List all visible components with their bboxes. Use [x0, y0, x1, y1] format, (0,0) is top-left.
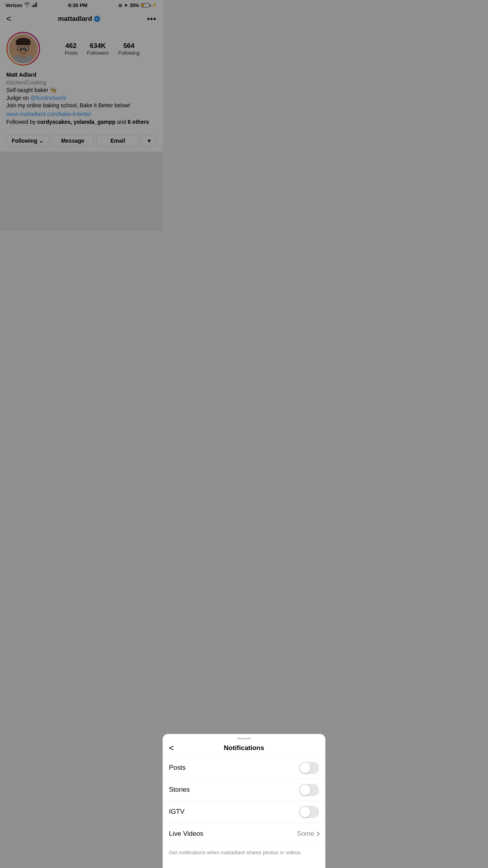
overlay: [0, 0, 163, 230]
